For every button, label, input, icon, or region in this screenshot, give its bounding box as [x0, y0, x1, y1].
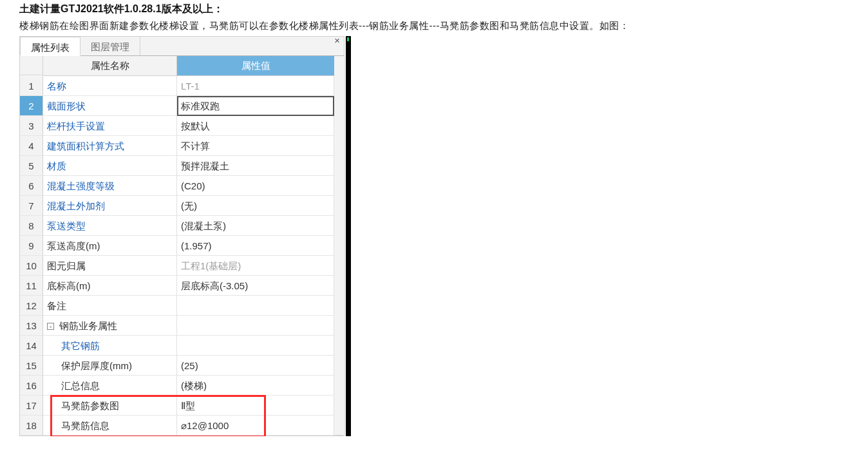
- property-name-cell[interactable]: 建筑面积计算方式: [43, 136, 177, 156]
- property-name-cell[interactable]: 泵送高度(m): [43, 236, 177, 256]
- property-panel: × 属性列表 图层管理 属性名称 属性值 1名称LT-12截面形状标准双跑3栏杆…: [19, 36, 344, 436]
- property-value-cell[interactable]: (25): [177, 356, 334, 376]
- row-number[interactable]: 10: [20, 256, 43, 276]
- header-rownum: [20, 56, 43, 75]
- property-grid: 属性名称 属性值 1名称LT-12截面形状标准双跑3栏杆扶手设置按默认4建筑面积…: [20, 56, 344, 436]
- row-number[interactable]: 7: [20, 196, 43, 216]
- property-name-cell[interactable]: 混凝土强度等级: [43, 176, 177, 196]
- property-value-cell[interactable]: 工程1(基础层): [177, 256, 334, 276]
- row-number[interactable]: 9: [20, 236, 43, 256]
- property-name-cell[interactable]: 保护层厚度(mm): [43, 356, 177, 376]
- property-value-cell[interactable]: 标准双跑: [177, 96, 334, 116]
- row-number[interactable]: 11: [20, 276, 43, 296]
- panel-tabs: 属性列表 图层管理: [20, 37, 344, 56]
- property-value-cell[interactable]: 不计算: [177, 136, 334, 156]
- property-name-cell[interactable]: 名称: [43, 76, 177, 96]
- property-value-cell[interactable]: [177, 336, 334, 356]
- property-value-cell[interactable]: (无): [177, 196, 334, 216]
- property-value-cell[interactable]: LT-1: [177, 76, 334, 96]
- row-number[interactable]: 17: [20, 396, 43, 416]
- row-number[interactable]: 4: [20, 136, 43, 156]
- property-value-cell[interactable]: 预拌混凝土: [177, 156, 334, 176]
- row-number[interactable]: 14: [20, 336, 43, 356]
- property-value-cell[interactable]: [177, 316, 334, 336]
- row-number[interactable]: 12: [20, 296, 43, 316]
- property-name-cell[interactable]: 栏杆扶手设置: [43, 116, 177, 136]
- property-name-cell[interactable]: 混凝土外加剂: [43, 196, 177, 216]
- property-value-cell[interactable]: Ⅱ型: [177, 396, 334, 416]
- close-icon[interactable]: ×: [332, 35, 343, 46]
- property-name-cell[interactable]: 其它钢筋: [43, 336, 177, 356]
- page-title: 土建计量GTJ2021软件1.0.28.1版本及以上：: [19, 3, 849, 16]
- property-name-cell[interactable]: 图元归属: [43, 256, 177, 276]
- row-number[interactable]: 5: [20, 156, 43, 176]
- scrollbar[interactable]: [334, 56, 343, 436]
- header-name: 属性名称: [43, 56, 177, 76]
- row-number[interactable]: 8: [20, 216, 43, 236]
- property-value-cell[interactable]: (混凝土泵): [177, 216, 334, 236]
- row-number[interactable]: 6: [20, 176, 43, 196]
- row-number[interactable]: 2: [20, 96, 43, 116]
- property-name-cell[interactable]: 材质: [43, 156, 177, 176]
- row-number[interactable]: 3: [20, 116, 43, 136]
- property-name-cell[interactable]: 泵送类型: [43, 216, 177, 236]
- property-value-cell[interactable]: (C20): [177, 176, 334, 196]
- collapse-icon[interactable]: -: [47, 323, 54, 330]
- property-value-cell[interactable]: [177, 296, 334, 316]
- property-value-cell[interactable]: 层底标高(-3.05): [177, 276, 334, 296]
- property-value-cell[interactable]: (楼梯): [177, 376, 334, 396]
- row-number[interactable]: 13: [20, 316, 43, 336]
- property-value-cell[interactable]: ⌀12@1000: [177, 416, 334, 436]
- property-name-cell[interactable]: 汇总信息: [43, 376, 177, 396]
- header-value[interactable]: 属性值: [177, 56, 334, 76]
- row-number[interactable]: 15: [20, 356, 43, 376]
- row-number[interactable]: 16: [20, 376, 43, 396]
- property-value-cell[interactable]: (1.957): [177, 236, 334, 256]
- property-name-cell[interactable]: 底标高(m): [43, 276, 177, 296]
- property-value-cell[interactable]: 按默认: [177, 116, 334, 136]
- tab-layers[interactable]: 图层管理: [80, 37, 140, 55]
- property-name-cell[interactable]: 马凳筋参数图: [43, 396, 177, 416]
- tab-properties[interactable]: 属性列表: [20, 37, 80, 56]
- row-number[interactable]: 18: [20, 416, 43, 436]
- property-name-cell[interactable]: 备注: [43, 296, 177, 316]
- property-name-cell[interactable]: 截面形状: [43, 96, 177, 116]
- property-name-cell[interactable]: - 钢筋业务属性: [43, 316, 177, 336]
- page-description: 楼梯钢筋在绘图界面新建参数化楼梯设置，马凳筋可以在参数化楼梯属性列表---钢筋业…: [19, 20, 849, 32]
- property-name-cell[interactable]: 马凳筋信息: [43, 416, 177, 436]
- right-strip: [346, 36, 351, 436]
- row-number[interactable]: 1: [20, 76, 43, 96]
